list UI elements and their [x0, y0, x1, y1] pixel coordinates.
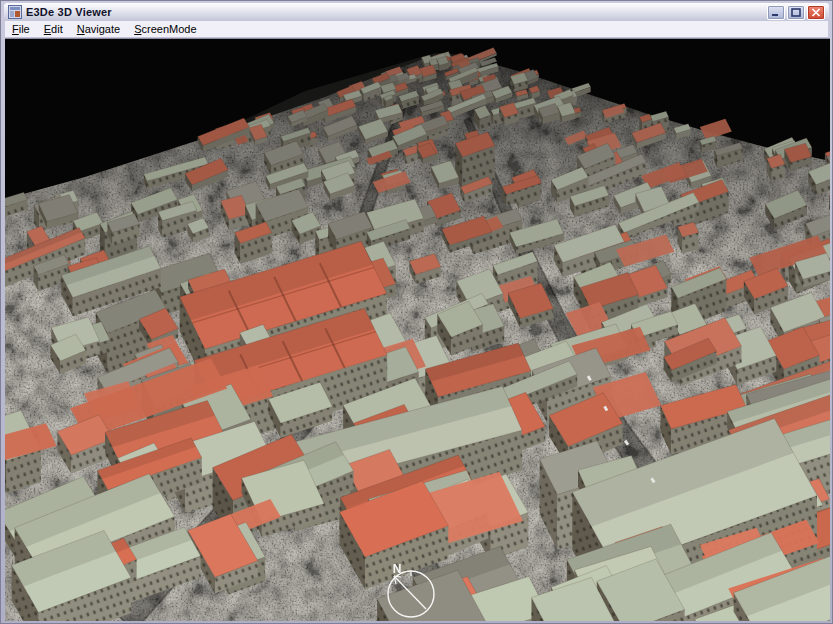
svg-text:N: N	[393, 562, 402, 576]
menu-edit[interactable]: Edit	[37, 21, 70, 37]
3d-city-scene: N	[5, 39, 830, 621]
titlebar[interactable]: E3De 3D Viewer	[4, 3, 829, 21]
maximize-button[interactable]	[787, 5, 805, 20]
menu-screenmode[interactable]: ScreenMode	[127, 21, 203, 37]
app-window: E3De 3D Viewer File Edit Navigate Screen…	[0, 0, 833, 624]
menubar: File Edit Navigate ScreenMode	[5, 21, 828, 38]
close-button[interactable]	[807, 5, 825, 20]
minimize-button[interactable]	[767, 5, 785, 20]
menu-file[interactable]: File	[5, 21, 37, 37]
app-icon	[8, 5, 22, 19]
3d-viewport[interactable]: N	[5, 38, 830, 621]
menu-navigate[interactable]: Navigate	[70, 21, 127, 37]
window-title: E3De 3D Viewer	[26, 6, 112, 18]
